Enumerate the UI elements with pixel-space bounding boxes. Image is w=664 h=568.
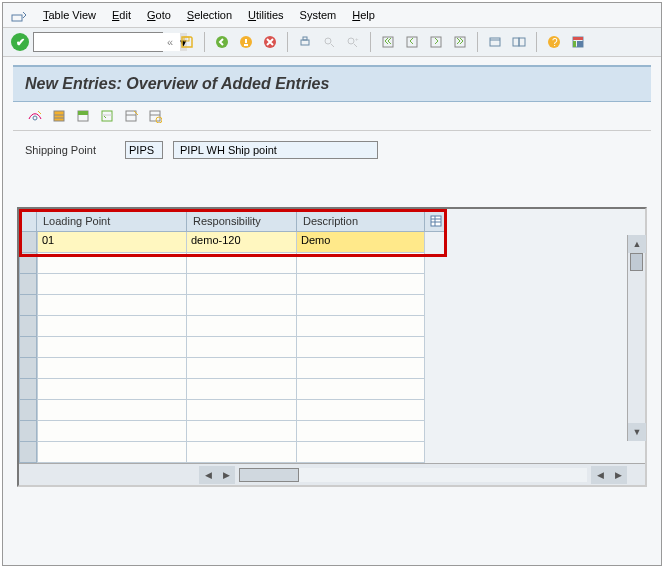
input-responsibility[interactable] bbox=[191, 381, 292, 393]
input-responsibility[interactable] bbox=[191, 255, 292, 267]
input-responsibility[interactable] bbox=[191, 402, 292, 414]
command-input[interactable] bbox=[34, 33, 180, 51]
row-selector[interactable] bbox=[19, 253, 37, 274]
col-responsibility[interactable]: Responsibility bbox=[187, 209, 297, 232]
cell-loading-point[interactable] bbox=[37, 442, 187, 463]
cell-description[interactable] bbox=[297, 295, 425, 316]
menu-selection[interactable]: Selection bbox=[181, 7, 238, 23]
input-loading-point[interactable] bbox=[42, 318, 182, 330]
row-selector[interactable] bbox=[19, 442, 37, 463]
scroll-left2-icon[interactable]: ◀ bbox=[591, 466, 609, 484]
last-page-button[interactable] bbox=[450, 32, 470, 52]
input-responsibility[interactable] bbox=[191, 318, 292, 330]
input-loading-point[interactable] bbox=[42, 234, 182, 246]
input-description[interactable] bbox=[301, 255, 420, 267]
first-page-button[interactable] bbox=[378, 32, 398, 52]
menu-system[interactable]: System bbox=[294, 7, 343, 23]
cell-responsibility[interactable] bbox=[187, 358, 297, 379]
select-block-button[interactable] bbox=[73, 106, 93, 126]
row-selector[interactable] bbox=[19, 379, 37, 400]
input-responsibility[interactable] bbox=[191, 423, 292, 435]
scroll-right2-icon[interactable]: ▶ bbox=[609, 466, 627, 484]
print-button[interactable] bbox=[295, 32, 315, 52]
input-loading-point[interactable] bbox=[42, 423, 182, 435]
row-selector[interactable] bbox=[19, 316, 37, 337]
cell-description[interactable] bbox=[297, 232, 425, 253]
cell-responsibility[interactable] bbox=[187, 316, 297, 337]
gen-session-button[interactable] bbox=[509, 32, 529, 52]
input-loading-point[interactable] bbox=[42, 297, 182, 309]
cell-description[interactable] bbox=[297, 400, 425, 421]
input-loading-point[interactable] bbox=[42, 360, 182, 372]
cell-responsibility[interactable] bbox=[187, 400, 297, 421]
input-description[interactable] bbox=[301, 423, 420, 435]
input-description[interactable] bbox=[301, 360, 420, 372]
cell-description[interactable] bbox=[297, 274, 425, 295]
menu-edit[interactable]: Edit bbox=[106, 7, 137, 23]
scroll-down-icon[interactable]: ▼ bbox=[628, 423, 646, 441]
cell-loading-point[interactable] bbox=[37, 316, 187, 337]
cell-loading-point[interactable] bbox=[37, 253, 187, 274]
menu-utilities[interactable]: Utilities bbox=[242, 7, 289, 23]
input-responsibility[interactable] bbox=[191, 360, 292, 372]
scroll-up-icon[interactable]: ▲ bbox=[628, 235, 646, 253]
row-selector[interactable] bbox=[19, 295, 37, 316]
row-selector[interactable] bbox=[19, 274, 37, 295]
scroll-right-icon[interactable]: ▶ bbox=[217, 466, 235, 484]
exit-button[interactable] bbox=[236, 32, 256, 52]
row-selector[interactable] bbox=[19, 232, 37, 253]
cell-loading-point[interactable] bbox=[37, 337, 187, 358]
cell-loading-point[interactable] bbox=[37, 232, 187, 253]
prev-page-button[interactable] bbox=[402, 32, 422, 52]
cell-responsibility[interactable] bbox=[187, 442, 297, 463]
menu-help[interactable]: Help bbox=[346, 7, 381, 23]
input-responsibility[interactable] bbox=[191, 234, 292, 246]
next-page-button[interactable] bbox=[426, 32, 446, 52]
cell-description[interactable] bbox=[297, 379, 425, 400]
cell-responsibility[interactable] bbox=[187, 295, 297, 316]
print-view-button[interactable] bbox=[145, 106, 165, 126]
input-description[interactable] bbox=[301, 402, 420, 414]
cell-responsibility[interactable] bbox=[187, 337, 297, 358]
command-field[interactable]: ▾ bbox=[33, 32, 163, 52]
cell-description[interactable] bbox=[297, 337, 425, 358]
cell-loading-point[interactable] bbox=[37, 274, 187, 295]
horizontal-scrollbar[interactable]: ◀ ▶ ◀ ▶ bbox=[19, 463, 645, 485]
cell-loading-point[interactable] bbox=[37, 358, 187, 379]
input-responsibility[interactable] bbox=[191, 339, 292, 351]
input-loading-point[interactable] bbox=[42, 255, 182, 267]
col-loading-point[interactable]: Loading Point bbox=[37, 209, 187, 232]
find-button[interactable] bbox=[319, 32, 339, 52]
input-description[interactable] bbox=[301, 339, 420, 351]
input-description[interactable] bbox=[301, 276, 420, 288]
input-description[interactable] bbox=[301, 444, 420, 456]
layout-button[interactable] bbox=[568, 32, 588, 52]
col-description[interactable]: Description bbox=[297, 209, 425, 232]
enter-icon[interactable]: ✔ bbox=[11, 33, 29, 51]
new-session-button[interactable] bbox=[485, 32, 505, 52]
input-description[interactable] bbox=[301, 318, 420, 330]
row-selector[interactable] bbox=[19, 421, 37, 442]
input-loading-point[interactable] bbox=[42, 402, 182, 414]
cell-responsibility[interactable] bbox=[187, 253, 297, 274]
cell-loading-point[interactable] bbox=[37, 400, 187, 421]
deselect-all-button[interactable] bbox=[97, 106, 117, 126]
input-description[interactable] bbox=[301, 297, 420, 309]
back-button[interactable] bbox=[212, 32, 232, 52]
cell-loading-point[interactable] bbox=[37, 379, 187, 400]
input-loading-point[interactable] bbox=[42, 381, 182, 393]
row-selector[interactable] bbox=[19, 358, 37, 379]
config-button[interactable] bbox=[121, 106, 141, 126]
table-config-button[interactable] bbox=[425, 209, 447, 232]
input-loading-point[interactable] bbox=[42, 339, 182, 351]
help-button[interactable]: ? bbox=[544, 32, 564, 52]
menu-table-view[interactable]: Table View bbox=[37, 7, 102, 23]
save-button[interactable] bbox=[177, 32, 197, 52]
change-display-button[interactable] bbox=[25, 106, 45, 126]
scroll-left-icon[interactable]: ◀ bbox=[199, 466, 217, 484]
cell-description[interactable] bbox=[297, 421, 425, 442]
menu-goto[interactable]: Goto bbox=[141, 7, 177, 23]
cell-description[interactable] bbox=[297, 316, 425, 337]
select-all-button[interactable] bbox=[49, 106, 69, 126]
cell-responsibility[interactable] bbox=[187, 232, 297, 253]
